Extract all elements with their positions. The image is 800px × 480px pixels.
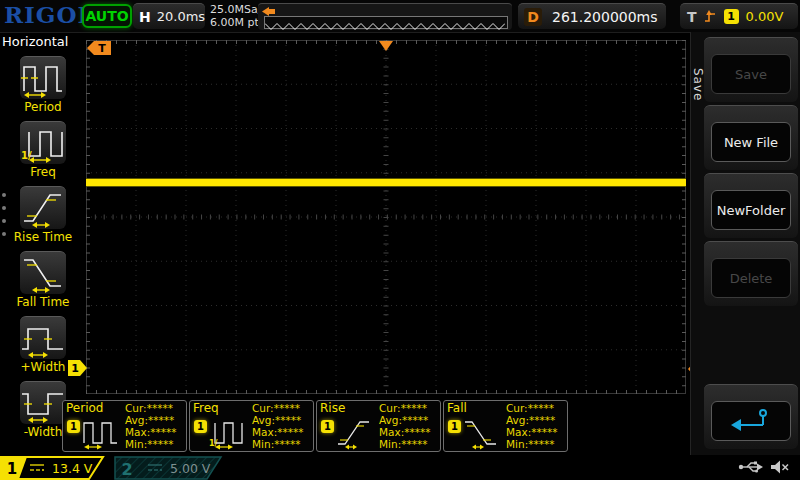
menu-page-dots <box>2 193 6 236</box>
svg-text:T: T <box>98 42 106 55</box>
measure-menu-title: Horizontal <box>2 34 68 49</box>
pretrigger-marker-icon: T <box>87 41 111 55</box>
return-button[interactable] <box>711 401 791 441</box>
new-file-button[interactable]: New File <box>711 122 791 162</box>
measurement-panel-period: Period 1 Cur:*****Avg:*****Max:*****Min:… <box>62 400 187 452</box>
delay-box: D 261.200000ms <box>518 3 666 29</box>
overview-window <box>264 16 508 29</box>
measure-menu: Horizontal Period 1/ <box>0 32 86 455</box>
run-status-badge: AUTO <box>82 4 132 28</box>
delay-value: 261.200000ms <box>552 9 658 25</box>
minus-width-icon[interactable] <box>20 381 66 424</box>
freq-glyph-icon: 1/ <box>209 416 247 450</box>
menu-item-freq[interactable]: 1/ Freq <box>0 121 86 179</box>
menu-cell: Delete <box>704 241 798 306</box>
freq-icon[interactable]: 1/ <box>20 121 66 164</box>
svg-text:5.00 V: 5.00 V <box>170 461 211 476</box>
edge-trigger-icon <box>704 9 717 24</box>
channel-badge: 1 <box>321 420 334 433</box>
menu-item-label: Rise Time <box>0 230 86 244</box>
overview-position-icon <box>262 7 276 16</box>
channel-badge: 1 <box>67 420 80 433</box>
svg-text:1: 1 <box>71 362 79 375</box>
channel1-status-badge[interactable]: 1 13.4 V <box>0 456 112 480</box>
svg-text:1: 1 <box>7 460 17 478</box>
measurement-results: Period 1 Cur:*****Avg:*****Max:*****Min:… <box>62 400 568 452</box>
new-folder-button[interactable]: NewFolder <box>711 190 791 230</box>
measurement-panel-freq: Freq 1 1/ Cur:*****Avg:*****Max:*****Min… <box>189 400 314 452</box>
channel1-trace <box>86 179 686 186</box>
top-status-bar: RIGOL AUTO H 20.0ms 25.0MSa/s 6.00M pts … <box>0 0 800 33</box>
menu-cell <box>704 384 798 449</box>
rise-glyph-icon <box>336 416 374 450</box>
trigger-box: T 1 0.00V <box>680 3 798 29</box>
channel-status-bar: 1 13.4 V 2 5.00 V <box>0 455 800 480</box>
menu-item-rise-time[interactable]: Rise Time <box>0 186 86 244</box>
channel-badge: 1 <box>194 420 207 433</box>
period-icon[interactable] <box>20 56 66 99</box>
save-menu: Save Save New File NewFolder Delete <box>690 32 800 458</box>
horizontal-label: H <box>139 9 151 25</box>
waveform-overview <box>258 3 512 30</box>
horizontal-timebase-box: H 20.0ms <box>133 3 205 29</box>
fall-glyph-icon <box>463 416 501 450</box>
menu-item-label: Period <box>0 100 86 114</box>
waveform-display: T <box>86 40 686 394</box>
oscilloscope-screen: RIGOL AUTO H 20.0ms 25.0MSa/s 6.00M pts … <box>0 0 800 480</box>
usb-icon <box>738 459 764 475</box>
menu-item-fall-time[interactable]: Fall Time <box>0 251 86 309</box>
svg-text:2: 2 <box>121 460 132 479</box>
trigger-level-value: 0.00V <box>746 9 784 24</box>
channel2-status-badge[interactable]: 2 5.00 V <box>114 456 236 480</box>
timebase-value: 20.0ms <box>157 9 205 24</box>
channel1-position-marker: 1 <box>68 360 88 376</box>
menu-cell: Save <box>704 37 798 102</box>
menu-item-period[interactable]: Period <box>0 56 86 114</box>
delay-label: D <box>524 8 542 26</box>
fall-time-icon[interactable] <box>20 251 66 294</box>
delete-button[interactable]: Delete <box>711 258 791 298</box>
return-arrow-icon <box>729 408 773 434</box>
measurement-panel-fall: Fall 1 Cur:*****Avg:*****Max:*****Min:**… <box>443 400 568 452</box>
menu-cell: New File <box>704 105 798 170</box>
channel-badge: 1 <box>448 420 461 433</box>
trigger-position-marker-icon <box>379 41 393 51</box>
menu-item-label: Freq <box>0 165 86 179</box>
trigger-source-badge: 1 <box>724 9 739 24</box>
rise-time-icon[interactable] <box>20 186 66 229</box>
menu-item-label: Fall Time <box>0 295 86 309</box>
period-glyph-icon <box>82 416 120 450</box>
trigger-label: T <box>687 9 697 25</box>
speaker-muted-icon <box>770 459 790 475</box>
save-button[interactable]: Save <box>711 54 791 94</box>
plus-width-icon[interactable] <box>20 316 66 359</box>
measurement-panel-rise: Rise 1 Cur:*****Avg:*****Max:*****Min:**… <box>316 400 441 452</box>
menu-cell: NewFolder <box>704 173 798 238</box>
svg-text:13.4 V: 13.4 V <box>52 461 93 476</box>
